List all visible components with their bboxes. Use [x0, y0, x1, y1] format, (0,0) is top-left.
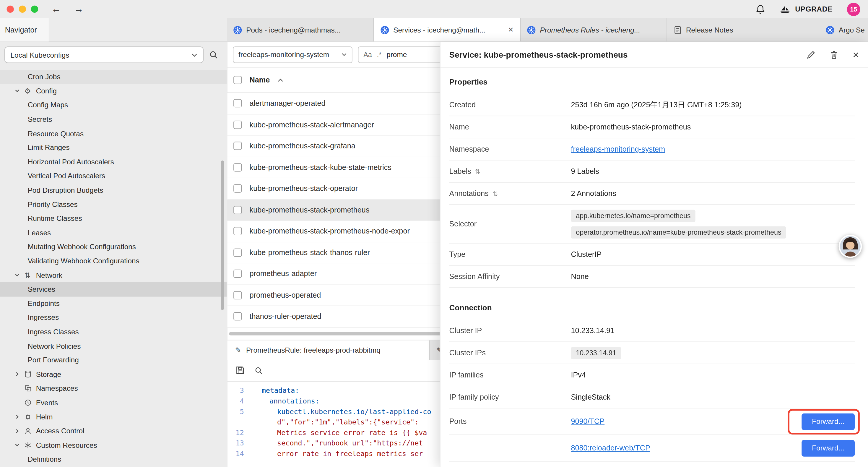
- namespace-link[interactable]: freeleaps-monitoring-system: [571, 145, 665, 153]
- sidebar-item-custom-resources[interactable]: Custom Resources: [0, 438, 227, 452]
- sidebar-item-endpoints[interactable]: Endpoints: [0, 296, 227, 311]
- ports-row: 8080:reloader-web/TCP Forward...: [449, 435, 855, 462]
- namespace-filter[interactable]: freeleaps-monitoring-system: [233, 46, 352, 63]
- avatar[interactable]: [839, 235, 862, 258]
- sidebar-item-access-control[interactable]: Access Control: [0, 424, 227, 438]
- tab-services[interactable]: Services - icecheng@math... ×: [374, 18, 521, 42]
- service-name: kube-prometheus-stack-thanos-ruler: [249, 248, 370, 257]
- sidebar-item-label: Pod Disruption Budgets: [28, 186, 103, 194]
- sidebar-item-priority-classes[interactable]: Priority Classes: [0, 197, 227, 211]
- close-tab-icon[interactable]: ×: [508, 25, 513, 34]
- navigator-panel-tab[interactable]: Navigator: [0, 18, 49, 42]
- notifications-badge[interactable]: 15: [847, 2, 860, 16]
- sidebar-item-runtime-classes[interactable]: Runtime Classes: [0, 211, 227, 226]
- detail-panel: Service: kube-prometheus-stack-prometheu…: [440, 42, 868, 467]
- sidebar-item-label: Config: [36, 87, 57, 95]
- select-all-checkbox[interactable]: [234, 76, 242, 84]
- row-checkbox[interactable]: [234, 313, 242, 321]
- row-checkbox[interactable]: [234, 269, 242, 278]
- cluster-ip-row: Cluster IP 10.233.14.91: [449, 320, 855, 342]
- minimize-window-button[interactable]: [19, 6, 26, 13]
- chevron-right-icon[interactable]: [14, 372, 25, 377]
- sidebar-item-config[interactable]: ⚙ Config: [0, 84, 227, 98]
- expander-icon[interactable]: ⇅: [475, 167, 480, 175]
- row-checkbox[interactable]: [234, 121, 242, 129]
- close-icon[interactable]: ×: [852, 49, 859, 60]
- maximize-window-button[interactable]: [31, 6, 38, 13]
- sidebar-item-limit-ranges[interactable]: Limit Ranges: [0, 141, 227, 155]
- sidebar-item-vertical-pod-autoscalers[interactable]: Vertical Pod Autoscalers: [0, 169, 227, 183]
- row-checkbox[interactable]: [234, 184, 242, 193]
- port-link[interactable]: 8080:reloader-web/TCP: [571, 444, 650, 452]
- forward-button[interactable]: →: [74, 4, 84, 14]
- sidebar-item-leases[interactable]: Leases: [0, 226, 227, 240]
- sidebar-item-storage[interactable]: Storage: [0, 367, 227, 381]
- tab-release-notes[interactable]: Release Notes: [667, 18, 819, 42]
- editor-tab-prometheusrule[interactable]: ✎ PrometheusRule: freeleaps-prod-rabbitm…: [227, 340, 430, 360]
- sidebar-item-helm[interactable]: Helm: [0, 410, 227, 424]
- sidebar-item-cron-jobs[interactable]: Cron Jobs: [0, 70, 227, 84]
- row-checkbox[interactable]: [234, 291, 242, 299]
- row-checkbox[interactable]: [234, 248, 242, 257]
- sort-ascending-icon[interactable]: [278, 78, 283, 82]
- service-name: prometheus-adapter: [249, 269, 317, 278]
- sidebar-item-horizontal-pod-autoscalers[interactable]: Horizontal Pod Autoscalers: [0, 154, 227, 169]
- expander-icon[interactable]: ⇅: [493, 189, 498, 197]
- detail-actions: ×: [807, 49, 859, 60]
- sidebar-item-ingress-classes[interactable]: Ingress Classes: [0, 325, 227, 339]
- tab-prometheus-rules[interactable]: Prometheus Rules - icecheng...: [521, 18, 667, 42]
- sidebar-item-config-maps[interactable]: Config Maps: [0, 98, 227, 112]
- sidebar-item-resource-quotas[interactable]: Resource Quotas: [0, 126, 227, 141]
- row-checkbox[interactable]: [234, 206, 242, 214]
- clock-icon: [24, 399, 36, 406]
- save-icon[interactable]: [236, 366, 245, 375]
- bell-icon[interactable]: [756, 4, 765, 14]
- service-name: thanos-ruler-operated: [249, 313, 321, 321]
- forward-button[interactable]: Forward...: [802, 413, 855, 430]
- helm-wheel-icon: [24, 413, 36, 420]
- sidebar-search-icon[interactable]: [209, 50, 218, 59]
- sidebar-item-port-forwarding[interactable]: Port Forwarding: [0, 353, 227, 367]
- upgrade-button[interactable]: UPGRADE: [780, 5, 833, 13]
- sidebar-item-network-policies[interactable]: Network Policies: [0, 339, 227, 353]
- tab-argo[interactable]: Argo Se: [819, 18, 868, 42]
- type-label: Type: [449, 250, 571, 258]
- sidebar-item-services[interactable]: Services: [0, 282, 227, 296]
- row-checkbox[interactable]: [234, 227, 242, 235]
- chevron-down-icon[interactable]: [14, 88, 25, 94]
- forward-button[interactable]: Forward...: [802, 440, 855, 456]
- tab-pods[interactable]: Pods - icecheng@mathmas...: [227, 18, 374, 42]
- sidebar-item-namespaces[interactable]: Namespaces: [0, 381, 227, 396]
- sidebar-item-validating-webhook-configurations[interactable]: Validating Webhook Configurations: [0, 254, 227, 268]
- upgrade-label: UPGRADE: [795, 5, 833, 13]
- kubeconfig-selector[interactable]: Local Kubeconfigs: [4, 47, 204, 63]
- sidebar-item-secrets[interactable]: Secrets: [0, 112, 227, 126]
- sidebar-item-definitions[interactable]: Definitions: [0, 452, 227, 466]
- name-column-header[interactable]: Name: [249, 76, 270, 84]
- back-button[interactable]: ←: [52, 4, 61, 14]
- ship-icon: [780, 5, 790, 13]
- match-case-toggle[interactable]: Aa: [363, 51, 372, 58]
- close-window-button[interactable]: [6, 6, 13, 13]
- trash-icon[interactable]: [830, 50, 838, 59]
- regex-toggle[interactable]: .*: [377, 51, 382, 58]
- chevron-down-icon[interactable]: [14, 272, 25, 278]
- edit-icon[interactable]: [807, 50, 816, 59]
- sidebar-item-network[interactable]: ⇅ Network: [0, 268, 227, 282]
- row-checkbox[interactable]: [234, 142, 242, 150]
- kubernetes-icon: [826, 26, 834, 34]
- row-checkbox[interactable]: [234, 163, 242, 171]
- chevron-right-icon[interactable]: [14, 414, 25, 420]
- kubeconfig-selector-value: Local Kubeconfigs: [11, 51, 69, 59]
- type-value: ClusterIP: [571, 250, 855, 258]
- sidebar-item-mutating-webhook-configurations[interactable]: Mutating Webhook Configurations: [0, 240, 227, 254]
- sidebar-item-events[interactable]: Events: [0, 396, 227, 410]
- row-checkbox[interactable]: [234, 99, 242, 108]
- sidebar-scrollbar[interactable]: [221, 160, 224, 310]
- port-link[interactable]: 9090/TCP: [571, 417, 604, 426]
- sidebar-item-pod-disruption-budgets[interactable]: Pod Disruption Budgets: [0, 183, 227, 197]
- chevron-right-icon[interactable]: [14, 428, 25, 434]
- editor-search-icon[interactable]: [254, 366, 262, 375]
- chevron-down-icon[interactable]: [14, 442, 25, 448]
- sidebar-item-ingresses[interactable]: Ingresses: [0, 311, 227, 325]
